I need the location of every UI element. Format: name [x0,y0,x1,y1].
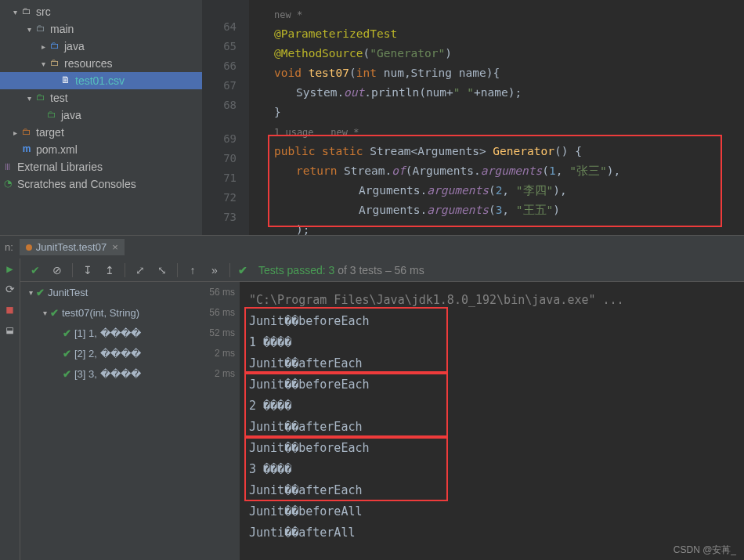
run-side-toolbar: ▶ ⟳ ■ ⬓ [0,258,20,560]
watermark: CSDN @安苒_ [674,544,736,557]
check-icon: ✔ [238,264,247,276]
test-invocation-3[interactable]: ✔[3] 3, ����2 ms [20,363,240,384]
tree-label: Scratches and Consoles [17,178,136,190]
rerun-button[interactable]: ▶ [0,258,20,279]
toggle-button[interactable]: ⟳ [0,279,20,299]
more-icon[interactable]: » [208,264,222,276]
collapse-icon[interactable]: ⤡ [155,264,169,276]
run-label: n: [5,241,13,253]
sort-up-icon[interactable]: ↥ [103,264,117,276]
code-pane[interactable]: new * @ParameterizedTest @MethodSource("… [249,0,744,235]
test-method[interactable]: ▾✔test07(int, String)56 ms [20,302,240,323]
test-results-toolbar: ✔ ⊘ ↧ ↥ ⤢ ⤡ ↑ » ✔ Tests passed: 3 of 3 t… [20,258,744,282]
code-editor[interactable]: 64 65 66 67 68 69 70 71 72 73 new * @Par… [202,0,744,235]
test-root[interactable]: ▾✔JunitTest56 ms [20,282,240,302]
tree-label: test [50,92,68,104]
tree-label: target [36,126,64,139]
console-line: Junit��afterEach [249,353,735,374]
tree-label: pom.xml [36,143,78,156]
console-line: Junit��beforeEach [249,311,735,332]
tree-file-pom[interactable]: mpom.xml [0,141,202,158]
tree-folder-target[interactable]: ▸🗀target [0,124,202,141]
close-icon[interactable]: × [112,241,118,253]
console-line: Junit��beforeAll [249,501,735,522]
console-line: 1 ���� [249,332,735,353]
tree-folder-src[interactable]: ▾🗀src [0,3,202,20]
console-line: Junit��beforeEach [249,438,735,459]
tree-folder-test[interactable]: ▾🗀test [0,89,202,107]
console-line: 3 ���� [249,459,735,480]
sort-down-icon[interactable]: ↧ [81,264,95,276]
console-cmd: "C:\Program Files\Java\jdk1.8.0_192\bin\… [249,290,735,311]
test-invocation-2[interactable]: ✔[2] 2, ����2 ms [20,343,240,363]
tree-folder-resources[interactable]: ▾🗀resources [0,55,202,72]
test-tree[interactable]: ▾✔JunitTest56 ms ▾✔test07(int, String)56… [20,282,240,560]
tree-label: java [64,40,85,52]
ignore-filter-icon[interactable]: ⊘ [50,264,64,276]
dump-button[interactable]: ⬓ [0,320,20,340]
console-output[interactable]: "C:\Program Files\Java\jdk1.8.0_192\bin\… [240,282,744,560]
tree-file-csv[interactable]: 🗎test01.csv [0,72,202,89]
test-invocation-1[interactable]: ✔[1] 1, ����52 ms [20,323,240,343]
console-line: Junit��afterEach [249,417,735,438]
tree-label: src [36,5,51,18]
tree-label: java [61,109,81,121]
console-line: Junit��beforeEach [249,374,735,396]
tree-label: resources [64,57,112,70]
tree-folder-java-test[interactable]: 🗀java [0,107,202,124]
run-tab-bar: n: JunitTest.test07 × [0,235,744,258]
line-gutter: 64 65 66 67 68 69 70 71 72 73 [202,0,249,235]
project-tree[interactable]: ▾🗀src ▾🗀main ▸🗀java ▾🗀resources 🗎test01.… [0,0,202,235]
stop-button[interactable]: ■ [0,299,20,320]
tree-label: main [50,23,74,35]
console-line: 2 ���� [249,396,735,417]
tests-passed-text: Tests passed: 3 of 3 tests – 56 ms [258,264,424,276]
run-tab-label: JunitTest.test07 [36,241,107,253]
run-config-tab[interactable]: JunitTest.test07 × [20,239,125,255]
tree-label: test01.csv [75,74,125,87]
tree-label: External Libraries [17,161,103,173]
tree-folder-main[interactable]: ▾🗀main [0,20,202,38]
console-line: Junit��afterEach [249,480,735,501]
tree-folder-java[interactable]: ▸🗀java [0,38,202,55]
console-line: Junti��afterAll [249,522,735,544]
expand-icon[interactable]: ⤢ [133,264,147,276]
prev-icon[interactable]: ↑ [186,264,200,276]
pass-filter-icon[interactable]: ✔ [28,264,42,276]
tree-scratches[interactable]: ◔Scratches and Consoles [0,175,202,193]
tree-ext-libs[interactable]: ⫼External Libraries [0,158,202,175]
run-test-icon [26,244,32,251]
